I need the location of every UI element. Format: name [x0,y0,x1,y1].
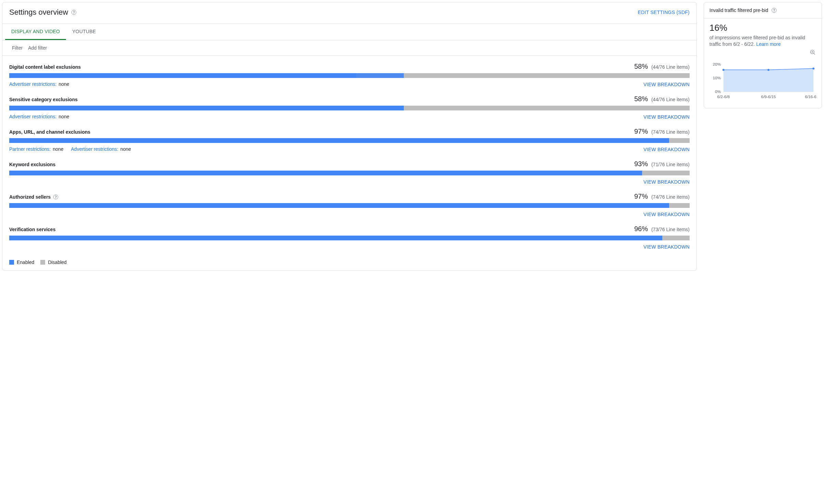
restriction-item: Advertiser restrictions:none [9,81,69,88]
progress-bar [9,171,690,175]
view-breakdown-link[interactable]: VIEW BREAKDOWN [643,82,690,87]
section-line-items: (73/76 Line items) [651,227,690,232]
progress-bar [9,203,690,208]
view-breakdown-link[interactable]: VIEW BREAKDOWN [643,147,690,152]
legend-disabled-label: Disabled [48,260,66,265]
svg-text:6/2-6/8: 6/2-6/8 [717,94,730,99]
section-percent: 97% [634,193,648,200]
section-percent: 58% [634,63,648,70]
filter-row: Filter Add filter [2,40,696,56]
progress-bar-fill [9,73,356,78]
help-icon[interactable] [53,194,59,200]
legend-disabled: Disabled [40,260,66,265]
section-line-items: (71/76 Line items) [651,162,690,167]
legend: Enabled Disabled [2,257,696,270]
section-row: Digital content label exclusions58%(44/7… [9,60,690,92]
progress-bar [9,73,690,78]
section-title: Keyword exclusions [9,162,55,167]
progress-bar-fill [9,236,662,240]
settings-overview-panel: Settings overview EDIT SETTINGS (SDF) DI… [2,2,697,271]
swatch-disabled [40,260,45,265]
section-percent: 96% [634,225,648,233]
section-percent: 93% [634,160,648,168]
svg-point-13 [812,67,814,69]
progress-bar-fill [9,106,404,110]
zoom-icon[interactable] [809,49,816,57]
section-title: Digital content label exclusions [9,64,81,70]
view-breakdown-link[interactable]: VIEW BREAKDOWN [643,179,690,185]
section-line-items: (74/76 Line items) [651,194,690,200]
restriction-value: none [58,114,69,119]
svg-text:6/16-6/22: 6/16-6/22 [805,94,816,99]
svg-text:10%: 10% [713,76,721,80]
svg-text:20%: 20% [713,62,721,66]
svg-text:6/9-6/15: 6/9-6/15 [761,94,776,99]
section-title: Verification services [9,227,55,232]
section-title: Sensitive category exclusions [9,97,78,102]
invalid-traffic-panel: Invalid traffic filtered pre-bid 16% of … [704,2,822,108]
section-percent: 58% [634,95,648,103]
help-icon[interactable] [71,9,77,15]
section-row: Keyword exclusions93%(71/76 Line items)V… [9,157,690,190]
restriction-label[interactable]: Advertiser restrictions: [71,146,118,152]
restriction-item: Advertiser restrictions:none [71,146,131,152]
section-title: Apps, URL, and channel exclusions [9,129,90,135]
section-row: Sensitive category exclusions58%(44/76 L… [9,92,690,125]
section-line-items: (44/76 Line items) [651,64,690,70]
restriction-item: Partner restrictions:none [9,146,64,152]
filter-label[interactable]: Filter [12,45,23,51]
tab-youtube[interactable]: YOUTUBE [66,24,102,40]
tab-display-and-video[interactable]: DISPLAY AND VIDEO [5,24,66,40]
section-row: Verification services96%(73/76 Line item… [9,222,690,255]
section-title: Authorized sellers [9,194,59,200]
invalid-traffic-description: of impressions were filtered pre-bid as … [709,35,816,48]
restriction-value: none [58,81,69,87]
side-panel-title: Invalid traffic filtered pre-bid [709,8,768,13]
invalid-traffic-percent: 16% [709,23,816,33]
progress-bar-fill [9,171,642,175]
progress-bar [9,106,690,110]
svg-point-12 [768,69,770,71]
svg-point-11 [722,69,725,71]
progress-bar [9,236,690,240]
learn-more-link[interactable]: Learn more [756,41,781,47]
restrictions: Partner restrictions:noneAdvertiser rest… [9,146,131,152]
view-breakdown-link[interactable]: VIEW BREAKDOWN [643,244,690,250]
legend-enabled-label: Enabled [17,260,34,265]
section-line-items: (74/76 Line items) [651,129,690,135]
page-title: Settings overview [9,8,68,17]
svg-text:0%: 0% [715,89,721,94]
restriction-item: Advertiser restrictions:none [9,114,69,120]
restriction-label[interactable]: Advertiser restrictions: [9,81,56,87]
progress-bar-fill [9,138,669,143]
section-row: Authorized sellers97%(74/76 Line items)V… [9,190,690,222]
restrictions: Advertiser restrictions:none [9,81,69,88]
progress-bar-fill [356,73,404,78]
svg-line-4 [814,53,815,55]
restrictions: Advertiser restrictions:none [9,114,69,120]
legend-enabled: Enabled [9,260,34,265]
tabs: DISPLAY AND VIDEOYOUTUBE [2,24,696,40]
restriction-value: none [120,146,131,152]
progress-bar [9,138,690,143]
section-percent: 97% [634,128,648,135]
restriction-label[interactable]: Advertiser restrictions: [9,114,56,119]
swatch-enabled [9,260,14,265]
restriction-label[interactable]: Partner restrictions: [9,146,51,152]
help-icon[interactable] [771,7,777,13]
progress-bar-fill [9,203,669,208]
edit-settings-link[interactable]: EDIT SETTINGS (SDF) [638,10,690,15]
invalid-traffic-chart: 0%10%20%6/2-6/86/9-6/156/16-6/22 [709,51,816,101]
section-line-items: (44/76 Line items) [651,97,690,102]
restriction-value: none [53,146,63,152]
view-breakdown-link[interactable]: VIEW BREAKDOWN [643,212,690,217]
section-row: Apps, URL, and channel exclusions97%(74/… [9,125,690,157]
view-breakdown-link[interactable]: VIEW BREAKDOWN [643,114,690,120]
add-filter-link[interactable]: Add filter [28,45,47,51]
